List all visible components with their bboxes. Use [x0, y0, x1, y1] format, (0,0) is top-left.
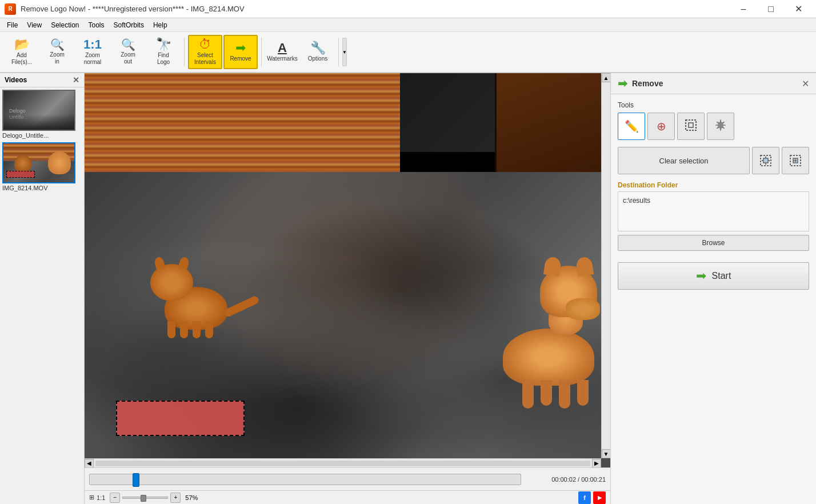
pencil-tool-button[interactable]: ✏️ — [618, 113, 645, 140]
restore-button[interactable]: □ — [758, 0, 784, 18]
canvas-row: ▲ ▼ ◀ ▶ — [85, 73, 610, 467]
toolbox-arrow-icon: ➡ — [618, 77, 627, 90]
canvas-wrapper: ▲ ▼ ◀ ▶ 00:00:02 / 00:00:21 — [85, 73, 610, 504]
ratio-display: ⊞ 1:1 — [89, 494, 105, 501]
toolbox-close-button[interactable]: ✕ — [802, 78, 809, 89]
toolbar-separator-3 — [338, 38, 339, 66]
menu-tools[interactable]: Tools — [84, 20, 109, 30]
zoom-in-button[interactable]: 🔍+ Zoomin — [40, 35, 74, 69]
menu-view[interactable]: View — [22, 20, 46, 30]
scroll-up-arrow[interactable]: ▲ — [602, 73, 611, 82]
videos-title: Videos — [5, 76, 27, 84]
remove-arrow-icon: ➡ — [235, 42, 246, 54]
zoom-slider-thumb[interactable] — [141, 495, 146, 502]
menu-help[interactable]: Help — [149, 20, 172, 30]
scroll-right-arrow[interactable]: ▶ — [592, 459, 601, 468]
pencil-icon: ✏️ — [625, 119, 639, 133]
toolbox-content: Tools ✏️ ⊕ — [611, 94, 816, 297]
canvas-area: ▲ ▼ ◀ ▶ — [85, 73, 610, 467]
zoom-decrease-button[interactable]: − — [110, 493, 120, 503]
thumb-cat — [14, 155, 31, 172]
menu-softorbits[interactable]: SoftOrbits — [109, 20, 149, 30]
find-logo-button[interactable]: 🔭 FindLogo — [146, 35, 181, 69]
scroll-down-arrow[interactable]: ▼ — [602, 449, 611, 458]
cat-ear-left — [154, 256, 166, 269]
select-intervals-label: SelectIntervals — [194, 52, 216, 66]
zoom-normal-button[interactable]: 1:1 Zoomnormal — [75, 35, 110, 69]
titlebar-left: R Remove Logo Now! - ****Unregistered ve… — [5, 3, 245, 15]
watermarks-button[interactable]: A Watermarks — [265, 35, 299, 69]
dog-leg-1 — [522, 380, 534, 409]
scroll-track-h[interactable] — [95, 461, 590, 466]
zoom-out-icon: 🔍− — [121, 39, 135, 50]
destination-path-input[interactable]: c:\results — [618, 191, 809, 231]
svg-rect-0 — [686, 120, 696, 130]
zoom-out-label: Zoomout — [121, 51, 135, 65]
youtube-icon[interactable]: ▶ — [593, 491, 606, 504]
clear-selection-button[interactable]: Clear selection — [618, 147, 750, 174]
toolbox-title: ➡ Remove — [618, 77, 663, 90]
scroll-left-arrow[interactable]: ◀ — [85, 459, 94, 468]
start-button[interactable]: ➡ Start — [618, 262, 809, 290]
menu-file[interactable]: File — [2, 20, 22, 30]
more-icon: ▼ — [342, 50, 347, 55]
menu-selection[interactable]: Selection — [46, 20, 83, 30]
clear-selection-area: Clear selection — [618, 147, 809, 174]
add-files-button[interactable]: 📂 AddFile(s)... — [5, 35, 39, 69]
timeline-slider[interactable] — [89, 474, 521, 485]
timeline-thumb[interactable] — [133, 473, 139, 487]
selection-box[interactable] — [116, 401, 245, 436]
dog-leg-2 — [541, 380, 552, 406]
video-item-delogo[interactable]: DelogoUntitle... Delogo_Untitle... — [2, 90, 82, 140]
lasso-tool-button[interactable]: ⊕ — [647, 113, 675, 140]
video-item-img8214[interactable]: IMG_8214.MOV — [2, 142, 82, 193]
toolbox-title-label: Remove — [632, 79, 663, 88]
toolbar-more-button[interactable]: ▼ — [342, 38, 347, 66]
vertical-scrollbar[interactable]: ▲ ▼ — [601, 73, 610, 458]
browse-button[interactable]: Browse — [618, 235, 809, 251]
zoom-in-label: Zoomin — [50, 51, 65, 65]
select-intervals-button[interactable]: ⏱ SelectIntervals — [188, 35, 222, 69]
cat-tail — [223, 295, 260, 318]
timeline: 00:00:02 / 00:00:21 — [85, 467, 610, 490]
toolbox-panel: ➡ Remove ✕ Tools ✏️ ⊕ — [610, 73, 816, 504]
zoom-controls: − + 57% — [110, 493, 198, 503]
tools-grid: ✏️ ⊕ — [618, 113, 809, 140]
thumb-selection — [6, 171, 35, 178]
zoom-percentage: 57% — [185, 494, 198, 501]
expand-selection-button[interactable] — [752, 147, 779, 174]
zoom-out-button[interactable]: 🔍− Zoomout — [111, 35, 145, 69]
clock-icon: ⏱ — [199, 38, 211, 51]
watermarks-label: Watermarks — [267, 55, 298, 62]
horizontal-scrollbar[interactable]: ◀ ▶ — [85, 458, 601, 467]
facebook-icon[interactable]: f — [578, 491, 591, 504]
magic-tool-button[interactable] — [707, 113, 734, 140]
titlebar: R Remove Logo Now! - ****Unregistered ve… — [0, 0, 816, 18]
watermarks-icon: A — [278, 42, 287, 54]
tools-section-label: Tools — [618, 101, 809, 109]
options-button[interactable]: 🔧 Options — [301, 35, 335, 69]
remove-label: Remove — [230, 55, 251, 62]
thumb-cat-image: DelogoUntitle... — [3, 91, 74, 130]
cat-leg-1 — [167, 321, 175, 338]
magic-wand-icon — [714, 118, 727, 135]
close-button[interactable]: ✕ — [785, 0, 811, 18]
options-label: Options — [308, 55, 327, 62]
zoom-slider[interactable] — [122, 497, 168, 499]
svg-rect-1 — [689, 123, 693, 127]
videos-list: DelogoUntitle... Delogo_Untitle... — [0, 87, 84, 195]
rect-tool-button[interactable] — [677, 113, 705, 140]
shrink-selection-button[interactable] — [782, 147, 809, 174]
svg-rect-3 — [763, 158, 768, 163]
videos-panel-close[interactable]: ✕ — [73, 75, 79, 85]
zoom-increase-button[interactable]: + — [170, 493, 181, 503]
video-thumb-delogo: DelogoUntitle... — [2, 90, 75, 131]
remove-button[interactable]: ➡ Remove — [223, 35, 258, 69]
zoom-normal-label: Zoomnormal — [84, 52, 102, 66]
thumb-dog — [48, 151, 71, 174]
minimize-button[interactable]: – — [730, 0, 757, 18]
thumb-mov-image — [3, 143, 74, 182]
app-icon: R — [5, 3, 16, 15]
video-container[interactable] — [85, 73, 610, 467]
tools-section: Tools ✏️ ⊕ — [618, 101, 809, 140]
